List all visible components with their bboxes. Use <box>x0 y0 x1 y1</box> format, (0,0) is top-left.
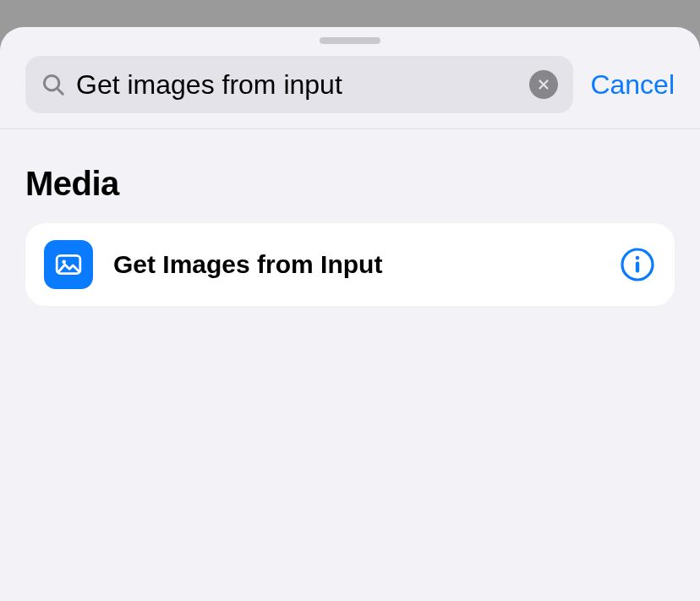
sheet-grabber[interactable] <box>320 37 380 44</box>
action-row[interactable]: Get Images from Input <box>25 223 675 306</box>
svg-line-1 <box>57 89 63 95</box>
search-input[interactable] <box>76 69 519 101</box>
results-content: Media Get Images from Input <box>0 129 700 306</box>
search-sheet: Cancel Media Get Images from Input <box>0 27 700 601</box>
search-field[interactable] <box>25 56 573 113</box>
section-heading-media: Media <box>25 165 675 203</box>
action-title: Get Images from Input <box>113 250 599 279</box>
info-button[interactable] <box>619 246 656 283</box>
search-header: Cancel <box>0 51 700 129</box>
svg-rect-8 <box>636 262 639 273</box>
search-icon <box>41 72 66 97</box>
photo-icon <box>44 240 93 289</box>
clear-search-button[interactable] <box>529 70 558 99</box>
svg-point-7 <box>636 256 640 260</box>
cancel-button[interactable]: Cancel <box>590 69 675 101</box>
svg-point-5 <box>62 260 66 264</box>
